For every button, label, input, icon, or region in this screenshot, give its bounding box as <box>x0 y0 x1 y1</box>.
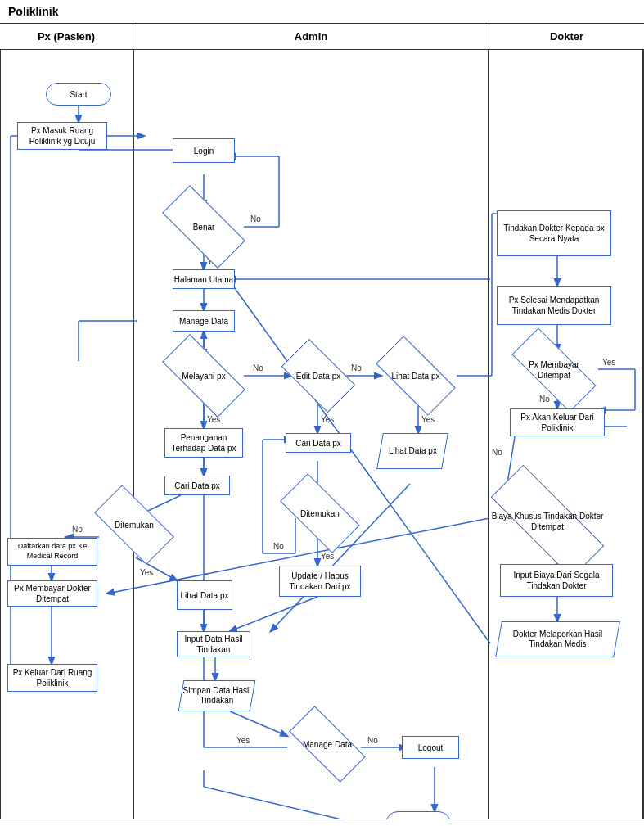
start-shape: Start <box>46 83 111 106</box>
cari-data-px2-shape: Cari Data px <box>286 433 351 453</box>
tindakan-dokter-shape: Tindakan Dokter Kepada px Secara Nyata <box>497 210 611 256</box>
logout-shape: Logout <box>402 736 459 759</box>
daftarkan-shape: Daftarkan data px Ke Medical Record <box>7 538 97 566</box>
swimlane-body: No Yes No No Yes Yes <box>0 50 644 819</box>
dokter-melapor-shape: Dokter Melaporkan Hasil Tindakan Medis <box>495 621 620 657</box>
simpan-data-shape: Simpan Data Hasil Tindakan <box>178 680 256 711</box>
halaman-utama-shape: Halaman Utama <box>173 269 235 289</box>
biaya-khusus-diamond: Biaya Khusus Tindakan Dokter Ditempat <box>490 499 605 544</box>
melayani-px-diamond: Melayani px <box>164 356 243 395</box>
px-akan-keluar-shape: Px Akan Keluar Dari Poliklinik <box>510 408 605 436</box>
login-shape: Login <box>173 138 235 163</box>
stop-shape: Stop <box>385 811 451 819</box>
page-title: Poliklinik <box>0 0 644 24</box>
input-data-shape: Input Data Hasil Tindakan <box>177 631 250 657</box>
px-masuk-shape: Px Masuk Ruang Poliklinik yg Dituju <box>17 122 107 150</box>
ditemukan2-diamond: Ditemukan <box>283 494 357 533</box>
lihat-data-px-diamond: Lihat Data px <box>379 356 453 395</box>
lihat-data-px2-shape: Lihat Data px <box>376 433 448 469</box>
penanganan-shape: Penanganan Terhadap Data px <box>164 428 243 458</box>
edit-data-px-diamond: Edit Data px <box>286 356 351 395</box>
update-hapus-shape: Update / Hapus Tindakan Dari px <box>279 566 361 597</box>
swimlane-header: Px (Pasien) Admin Dokter <box>0 24 644 50</box>
input-biaya-shape: Input Biaya Dari Segala Tindakan Dokter <box>500 564 613 597</box>
px-selesai-shape: Px Selesai Mendapatkan Tindakan Medis Do… <box>497 286 611 325</box>
px-membayar-diamond: Px Membayar Ditempat <box>513 351 595 389</box>
benar-diamond: Benar <box>164 207 243 246</box>
lane-header-pasien: Px (Pasien) <box>0 24 133 49</box>
lihat-data-px3-shape: Lihat Data px <box>177 580 232 610</box>
manage-data-shape: Manage Data <box>173 310 235 332</box>
lane-header-admin: Admin <box>133 24 489 49</box>
manage-data2-diamond: Manage Data <box>291 726 363 762</box>
lane-header-dokter: Dokter <box>489 24 644 49</box>
ditemukan1-diamond: Ditemukan <box>97 505 171 544</box>
lane-pasien <box>1 50 134 819</box>
diagram-container: Poliklinik Px (Pasien) Admin Dokter No Y… <box>0 0 644 819</box>
px-membayar-dokter-shape: Px Membayar Dokter Ditempat <box>7 580 97 607</box>
px-keluar-shape: Px Keluar Dari Ruang Poliklinik <box>7 664 97 692</box>
cari-data-px1-shape: Cari Data px <box>164 476 230 495</box>
